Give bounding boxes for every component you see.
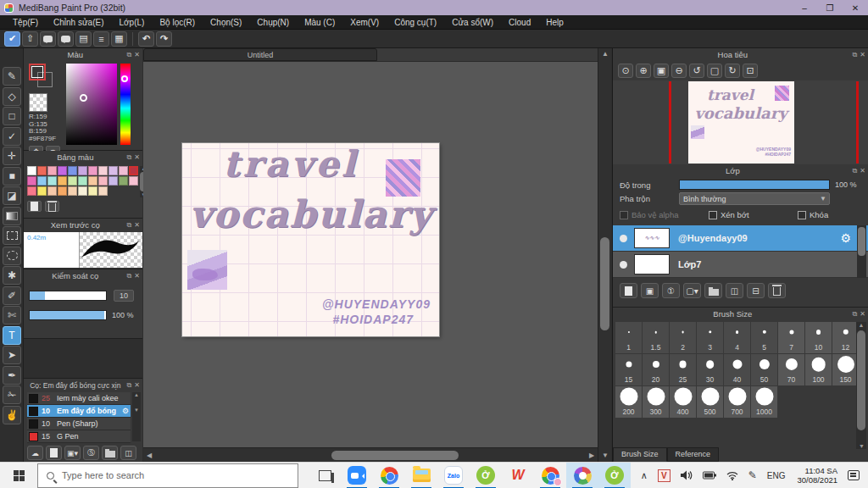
brush-size-slider[interactable]	[29, 291, 107, 301]
close-icon[interactable]: ✕	[860, 310, 865, 318]
duplicate-layer-button[interactable]: ◫	[726, 283, 743, 298]
brush-size-cell[interactable]: 40	[724, 354, 750, 385]
brush-size-cell[interactable]: 10	[805, 322, 832, 353]
taskbar-task-view[interactable]	[309, 463, 341, 488]
zoom-out-button[interactable]: ⊖	[671, 64, 687, 78]
palette-swatch[interactable]	[108, 166, 118, 175]
pen-icon[interactable]: ✎	[748, 469, 757, 481]
lock-checkbox[interactable]: Khóa	[798, 210, 828, 219]
copy-layer-button[interactable]: ▣	[641, 283, 659, 298]
palette-swatch[interactable]	[88, 186, 97, 196]
palette-swatch[interactable]	[98, 186, 108, 196]
popout-icon[interactable]: ⧉	[853, 310, 858, 319]
brush-size-cell[interactable]: 1.5	[643, 322, 669, 353]
palette-swatch[interactable]	[37, 176, 47, 186]
delete-layer-button[interactable]	[768, 283, 786, 298]
close-button[interactable]: ✕	[843, 0, 868, 15]
taskbar-file-explorer[interactable]	[405, 463, 437, 488]
palette-swatch[interactable]	[98, 176, 108, 186]
popout-icon[interactable]: ⧉	[853, 167, 858, 175]
script-brush-button[interactable]: Ⓢ	[83, 446, 99, 460]
close-icon[interactable]: ✕	[134, 153, 140, 161]
add-special-layer-button[interactable]: ▢▾	[683, 283, 701, 298]
brush-size-cell[interactable]: 20	[643, 354, 669, 385]
menu-item-11[interactable]: Cloud	[501, 15, 538, 30]
canvas-area[interactable]: Untitled travel vocabulary @HUYENDAYY09 …	[143, 48, 598, 447]
close-icon[interactable]: ✕	[134, 272, 140, 280]
close-icon[interactable]: ✕	[860, 51, 865, 58]
minimize-button[interactable]: –	[792, 0, 817, 15]
popout-icon[interactable]: ⧉	[853, 51, 858, 59]
scroll-up-icon[interactable]: ▲	[598, 48, 612, 60]
blend-dropdown[interactable]: Bình thường▼	[679, 192, 830, 205]
gear-icon[interactable]: ⚙	[840, 231, 851, 245]
close-icon[interactable]: ✕	[134, 51, 140, 58]
maximize-button[interactable]: ❐	[817, 0, 843, 15]
add-color-button[interactable]	[27, 201, 42, 212]
brush-size-cell[interactable]: 200	[615, 386, 642, 418]
battery-icon[interactable]	[703, 471, 716, 480]
brush-size-cell[interactable]: 3	[697, 322, 723, 353]
taskbar-medibang[interactable]	[566, 463, 598, 488]
palette-swatch[interactable]	[129, 176, 138, 186]
palette-swatch[interactable]	[37, 186, 47, 196]
canvas-hscrollbar[interactable]: ◀ ▶	[143, 447, 598, 462]
brush-size-cell[interactable]: 15	[615, 354, 642, 385]
brush-size-value[interactable]: 10	[114, 290, 134, 302]
palette-swatch[interactable]	[98, 166, 108, 175]
brush-size-cell[interactable]: 12	[832, 322, 859, 353]
menu-item-6[interactable]: Chụp(N)	[249, 15, 297, 30]
popout-icon[interactable]: ⧉	[127, 153, 132, 162]
scroll-down-icon[interactable]: ▼	[598, 450, 612, 462]
share-button[interactable]: ⇧	[22, 31, 38, 47]
menu-item-4[interactable]: Bộ lọc(R)	[152, 15, 203, 30]
select-eraser-tool[interactable]: ✄	[3, 306, 21, 324]
palette-swatch[interactable]	[119, 166, 128, 175]
tab-reference[interactable]: Reference	[667, 447, 720, 462]
polyline-tool[interactable]: ✓	[3, 127, 21, 146]
gradient-tool[interactable]	[3, 207, 21, 225]
brush-size-cell[interactable]: 2	[670, 322, 696, 353]
menu-item-8[interactable]: Xem(V)	[342, 15, 387, 30]
zoom-100-button[interactable]: ⊙	[618, 64, 633, 78]
brush-size-cell[interactable]: 30	[697, 354, 723, 385]
palette-swatch[interactable]	[108, 176, 118, 186]
menu-item-1[interactable]: Tệp(F)	[5, 15, 46, 30]
text-tool[interactable]: T	[3, 326, 21, 345]
hand-tool[interactable]: ✌	[3, 406, 21, 424]
visibility-icon[interactable]	[620, 235, 627, 242]
navigator-view[interactable]: travel vocabulary @HUYENDAYY09#HOIDAP247	[613, 80, 868, 164]
foreground-color-swatch[interactable]	[29, 64, 46, 80]
palette-swatch[interactable]	[88, 176, 97, 186]
brush-size-cell[interactable]: 5	[751, 322, 777, 353]
fit-window-button[interactable]: ▣	[654, 64, 669, 78]
palette-swatch[interactable]	[68, 186, 77, 196]
brush-size-cell[interactable]: 100	[805, 354, 832, 385]
add-brush-image-button[interactable]: ▣▾	[64, 446, 81, 460]
brush-list-item[interactable]: 10Em đây đổ bóng⚙	[27, 405, 131, 418]
taskbar-chrome-profile[interactable]	[534, 463, 566, 488]
magic-wand-tool[interactable]: ✱	[3, 266, 21, 285]
palette-swatch[interactable]	[58, 176, 67, 186]
material-list-button[interactable]: ≡	[93, 31, 109, 47]
popout-icon[interactable]: ⧉	[127, 221, 132, 230]
close-icon[interactable]: ✕	[860, 167, 865, 175]
layer-list-scrollbar[interactable]	[857, 225, 866, 278]
upload-brush-button[interactable]: ☁	[27, 446, 43, 460]
undo-button[interactable]: ↶	[138, 31, 154, 47]
rotate-left-button[interactable]: ↺	[689, 64, 704, 78]
taskbar-zoom-app[interactable]	[341, 463, 373, 488]
taskbar-chrome[interactable]	[373, 463, 405, 488]
scroll-left-icon[interactable]: ◀	[143, 448, 155, 463]
visibility-icon[interactable]	[620, 261, 627, 269]
document-tab[interactable]: Untitled	[143, 48, 377, 61]
language-indicator[interactable]: ENG	[767, 471, 786, 480]
divide-tool[interactable]: ✁	[3, 385, 21, 404]
palette-swatch[interactable]	[78, 186, 87, 196]
message-button[interactable]	[58, 31, 74, 47]
tray-chevron-icon[interactable]: ∧	[641, 470, 648, 481]
select-rect-tool[interactable]	[3, 226, 21, 245]
select-pen-tool[interactable]: ✐	[3, 286, 21, 305]
add-1bit-layer-button[interactable]: ①	[662, 283, 680, 298]
brush-size-cell[interactable]: 400	[670, 386, 696, 418]
